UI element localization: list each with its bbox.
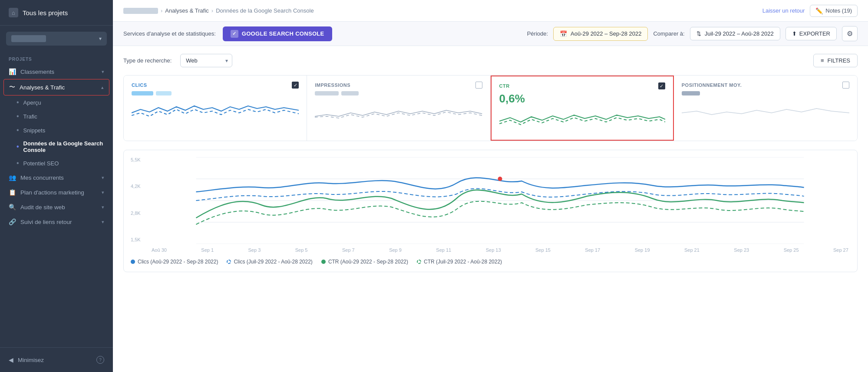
minimisez-label: Minimisez — [18, 357, 44, 363]
chart-container: 5,5K 4,2K 2,8K 1,5K — [131, 157, 850, 253]
filters-button[interactable]: ≡ FILTRES — [813, 54, 858, 67]
sidebar-item-mes-concurrents[interactable]: 👥 Mes concurrents ▾ — [0, 170, 113, 185]
audit-icon: 🔍 — [9, 204, 16, 211]
positionnement-bars — [682, 91, 849, 95]
settings-button[interactable]: ⚙ — [842, 26, 858, 41]
clics-checkbox[interactable]: ✓ — [292, 82, 299, 89]
all-projects-label: Tous les projets — [23, 9, 68, 16]
search-type-row: Type de recherche: Web Image Vidéo Actua… — [123, 54, 858, 67]
sidebar-item-audit-site[interactable]: 🔍 Audit de site web ▾ — [0, 200, 113, 214]
ctr-sparkline — [499, 109, 665, 133]
search-type-select[interactable]: Web Image Vidéo Actualités — [180, 54, 232, 67]
export-button[interactable]: ⬆ EXPORTER — [785, 27, 837, 40]
bar-4 — [341, 91, 359, 95]
analyses-trafic-label: Analyses & Trafic — [20, 84, 65, 91]
filters-label: FILTRES — [828, 57, 851, 64]
project-logo — [11, 35, 46, 42]
x-label-4: Sep 7 — [342, 247, 355, 253]
topbar: › Analyses & Trafic › Données de la Goog… — [113, 0, 868, 22]
impressions-checkbox[interactable] — [475, 82, 482, 89]
notes-button[interactable]: ✏️ Notes (19) — [810, 5, 858, 17]
sidebar-sub-donnees-gsc[interactable]: Données de la Google Search Console — [0, 137, 113, 156]
users-icon: 👥 — [9, 174, 16, 181]
x-label-1: Sep 1 — [201, 247, 214, 253]
sidebar: ⌂ Tous les projets ▾ PROJETS 📊 Classemen… — [0, 0, 113, 372]
svg-point-5 — [498, 177, 502, 181]
sidebar-sub-apercu[interactable]: Aperçu — [0, 95, 113, 109]
clics-header: CLICS ✓ — [132, 82, 299, 89]
sidebar-item-analyses-trafic[interactable]: 〜 Analyses & Trafic ▴ — [3, 79, 109, 95]
project-selector[interactable]: ▾ — [6, 32, 107, 46]
x-label-11: Sep 21 — [684, 247, 700, 253]
positionnement-title: POSITIONNEMENT MOY. — [682, 82, 742, 88]
x-label-5: Sep 9 — [389, 247, 402, 253]
search-type-wrapper: Web Image Vidéo Actualités — [180, 54, 232, 67]
period-section: Période: 📅 Aoû-29 2022 – Sep-28 2022 Com… — [527, 26, 858, 41]
positionnement-checkbox[interactable] — [842, 82, 849, 89]
bar-5 — [682, 91, 700, 95]
compare-button[interactable]: ⇅ Juil-29 2022 – Aoû-28 2022 — [690, 27, 780, 40]
minimize-icon: ◀ — [9, 356, 13, 363]
x-label-8: Sep 15 — [535, 247, 551, 253]
chevron-up-icon: ▴ — [101, 85, 104, 90]
chart-svg-wrapper: Aoû 30 Sep 1 Sep 3 Sep 5 Sep 7 Sep 9 Sep… — [150, 157, 850, 253]
legend-label-2: CTR (Aoû-29 2022 - Sep-28 2022) — [328, 259, 408, 265]
date-range-button[interactable]: 📅 Aoû-29 2022 – Sep-28 2022 — [553, 27, 648, 41]
legend-dot-blue-solid — [131, 260, 135, 264]
legend-ctr-current: CTR (Aoû-29 2022 - Sep-28 2022) — [321, 259, 408, 265]
laisser-retour-link[interactable]: Laisser un retour — [762, 7, 805, 14]
legend-ctr-compare: CTR (Juil-29 2022 - Aoû-28 2022) — [417, 259, 502, 265]
suivi-liens-label: Suivi de liens retour — [20, 219, 72, 225]
export-label: EXPORTER — [799, 30, 830, 37]
sidebar-sub-potentiel-seo[interactable]: Potentiel SEO — [0, 156, 113, 170]
chart-area: 5,5K 4,2K 2,8K 1,5K — [123, 150, 858, 272]
audit-site-label: Audit de site web — [20, 204, 65, 211]
legend-label-1: Clics (Juil-29 2022 - Aoû-28 2022) — [234, 259, 312, 265]
sidebar-item-plan-actions[interactable]: 📋 Plan d'actions marketing ▾ — [0, 185, 113, 200]
metric-card-impressions: IMPRESSIONS — [307, 76, 490, 141]
bar-1 — [132, 91, 153, 95]
classements-label: Classements — [20, 69, 54, 75]
gear-icon: ⚙ — [847, 30, 853, 37]
compare-arrows-icon: ⇅ — [696, 30, 701, 37]
chart-legend: Clics (Aoû-29 2022 - Sep-28 2022) Clics … — [131, 259, 850, 265]
y-axis-labels: 5,5K 4,2K 2,8K 1,5K — [131, 157, 148, 242]
metric-card-clics: CLICS ✓ — [124, 76, 307, 141]
search-type-section: Type de recherche: Web Image Vidéo Actua… — [123, 54, 232, 67]
filter-icon: ≡ — [821, 57, 824, 64]
help-icon: ? — [96, 356, 104, 364]
sidebar-sub-trafic[interactable]: Trafic — [0, 109, 113, 123]
legend-label-0: Clics (Aoû-29 2022 - Sep-28 2022) — [138, 259, 218, 265]
sidebar-item-suivi-liens[interactable]: 🔗 Suivi de liens retour ▾ — [0, 214, 113, 229]
main-chart-svg — [150, 157, 850, 244]
service-label: Services d'analyse et de statistiques: — [123, 30, 216, 37]
impressions-bars — [315, 91, 482, 95]
comparer-label: Comparer à: — [653, 30, 684, 37]
potentiel-seo-label: Potentiel SEO — [23, 160, 59, 167]
y-label-2: 2,8K — [131, 211, 148, 216]
snippets-label: Snippets — [23, 127, 46, 134]
toolbar: Services d'analyse et de statistiques: ✓… — [113, 22, 868, 46]
sidebar-item-minimisez[interactable]: ◀ Minimisez ? — [0, 352, 113, 368]
breadcrumb-current: Données de la Google Search Console — [216, 7, 314, 14]
chevron-down-icon-5: ▾ — [102, 219, 104, 225]
breadcrumb-project — [123, 8, 158, 14]
x-label-13: Sep 25 — [784, 247, 799, 253]
sidebar-item-classements[interactable]: 📊 Classements ▾ — [0, 64, 113, 79]
sidebar-all-projects[interactable]: ⌂ Tous les projets — [0, 0, 113, 26]
sidebar-sub-snippets[interactable]: Snippets — [0, 123, 113, 137]
ctr-header: CTR ✓ — [499, 82, 665, 89]
search-type-label: Type de recherche: — [123, 57, 172, 64]
legend-dot-blue-dashed — [227, 260, 231, 264]
checkmark-icon: ✓ — [231, 30, 238, 38]
periode-label: Période: — [527, 30, 548, 37]
ctr-checkbox[interactable]: ✓ — [658, 82, 665, 89]
gsc-button[interactable]: ✓ GOOGLE SEARCH CONSOLE — [223, 26, 332, 41]
compare-range-value: Juil-29 2022 – Aoû-28 2022 — [705, 30, 774, 37]
ctr-value: 0,6% — [499, 92, 665, 105]
content-area: Type de recherche: Web Image Vidéo Actua… — [113, 46, 868, 372]
x-axis-labels: Aoû 30 Sep 1 Sep 3 Sep 5 Sep 7 Sep 9 Sep… — [150, 247, 850, 253]
notes-label: Notes (19) — [825, 7, 852, 14]
x-label-10: Sep 19 — [635, 247, 650, 253]
impressions-sparkline — [315, 100, 482, 124]
